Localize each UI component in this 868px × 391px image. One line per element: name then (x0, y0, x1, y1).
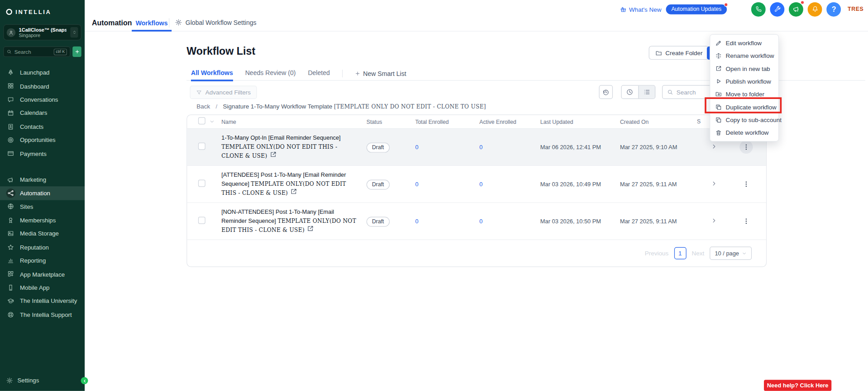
workflow-name[interactable]: [ATTENDEES] Post 1-To-Many [Email Remind… (221, 171, 366, 197)
tab-deleted[interactable]: Deleted (308, 66, 329, 80)
plus-icon (75, 49, 80, 54)
active-enrolled-value[interactable]: 0 (479, 218, 540, 225)
new-smart-list-button[interactable]: New Smart List (355, 70, 406, 77)
sidebar-item-opportunities[interactable]: Opportunities (0, 133, 85, 147)
page-size-select[interactable]: 10 / page (710, 247, 752, 260)
chevron-down-icon (742, 251, 747, 256)
table-row[interactable]: 1-To-Many Opt-In [Email Reminder Sequenc… (187, 129, 766, 166)
notifications-button[interactable] (808, 2, 822, 16)
sidebar-item-settings[interactable]: Settings (0, 374, 85, 386)
advanced-filters-button[interactable]: Advanced Filters (190, 86, 257, 99)
table-row[interactable]: [ATTENDEES] Post 1-To-Many [Email Remind… (187, 166, 766, 203)
external-link-icon[interactable] (290, 188, 297, 195)
sidebar-search-input[interactable]: Search ctrl K (3, 47, 70, 57)
total-enrolled-value[interactable]: 0 (415, 218, 479, 225)
folder-move-icon (715, 91, 722, 98)
sidebar-item-conversations[interactable]: Conversations (0, 93, 85, 106)
enrollment-history-button[interactable] (599, 85, 613, 99)
star-icon (6, 242, 15, 252)
menu-item-open-in-new-tab[interactable]: Open in new tab (710, 62, 778, 75)
account-switcher[interactable]: 1CallClose™ (Snaps... Singapore (3, 24, 81, 40)
total-enrolled-value[interactable]: 0 (415, 144, 479, 151)
profile-initials[interactable]: TRES (848, 6, 863, 12)
create-folder-button[interactable]: Create Folder (649, 46, 710, 60)
sidebar-item-dashboard[interactable]: Dashboard (0, 79, 85, 93)
tab-all-workflows[interactable]: All Workflows (191, 66, 233, 80)
total-enrolled-value[interactable]: 0 (415, 181, 479, 188)
automation-updates-badge[interactable]: Automation Updates (666, 4, 727, 14)
sidebar-item-automation[interactable]: Automation (0, 186, 85, 200)
menu-item-delete-workflow[interactable]: Delete workflow (710, 126, 778, 139)
sidebar-item-app-marketplace[interactable]: App Marketplace (0, 267, 85, 281)
column-header-total-enrolled[interactable]: Total Enrolled (415, 118, 479, 124)
chevron-down-icon[interactable] (209, 119, 215, 124)
search-icon (7, 49, 12, 54)
menu-item-duplicate-workflow[interactable]: Duplicate workflow (710, 101, 778, 113)
row-actions-menu-button[interactable] (739, 178, 753, 191)
announcements-button[interactable] (789, 2, 803, 16)
sidebar-item-memberships[interactable]: Memberships (0, 213, 85, 227)
menu-item-rename-workflow[interactable]: Rename workflow (710, 49, 778, 62)
external-link-icon[interactable] (307, 225, 314, 232)
sidebar-item-launchpad[interactable]: Launchpad (0, 66, 85, 80)
sidebar-item-reputation[interactable]: Reputation (0, 240, 85, 254)
time-view-button[interactable] (622, 86, 638, 99)
row-checkbox[interactable] (198, 180, 205, 187)
quick-add-button[interactable] (72, 47, 81, 57)
column-header-active-enrolled[interactable]: Active Enrolled (479, 118, 540, 124)
sidebar-item-marketing[interactable]: Marketing (0, 173, 85, 187)
menu-item-edit-workflow[interactable]: Edit workflow (710, 37, 778, 49)
table-row[interactable]: [NON-ATTENDEES] Post 1-To-Many [Email Re… (187, 203, 766, 240)
column-header-last-updated[interactable]: Last Updated (540, 118, 620, 124)
menu-item-move-to-folder[interactable]: Move to folder (710, 88, 778, 100)
global-workflow-settings-link[interactable]: Global Workflow Settings (175, 19, 257, 26)
notification-dot (801, 0, 805, 5)
sidebar-item-university[interactable]: The Intellia University (0, 294, 85, 308)
sidebar-item-payments[interactable]: Payments (0, 147, 85, 160)
bar-chart-icon (6, 256, 15, 265)
column-header-name[interactable]: Name (221, 118, 366, 124)
help-circle-button[interactable]: ? (827, 2, 841, 16)
menu-item-publish-workflow[interactable]: Publish workflow (710, 75, 778, 88)
workflow-name[interactable]: 1-To-Many Opt-In [Email Reminder Sequenc… (221, 134, 366, 160)
open-row-chevron[interactable] (711, 180, 718, 187)
account-selector-icon[interactable] (70, 27, 78, 38)
logo-icon (6, 9, 12, 14)
column-header-status[interactable]: Status (367, 118, 415, 124)
row-actions-menu-button[interactable] (739, 141, 753, 154)
open-row-chevron[interactable] (711, 143, 718, 150)
rename-icon (715, 52, 722, 59)
page-number-button[interactable]: 1 (674, 247, 686, 259)
row-checkbox[interactable] (198, 143, 205, 150)
need-help-button[interactable]: Need help? Click Here (764, 380, 831, 391)
active-enrolled-value[interactable]: 0 (479, 144, 540, 151)
select-all-checkbox[interactable] (198, 117, 205, 124)
external-link-icon[interactable] (269, 151, 277, 158)
row-actions-menu-button[interactable] (739, 215, 753, 228)
tools-button[interactable] (770, 2, 785, 16)
list-view-button[interactable] (638, 86, 655, 99)
sidebar-collapse-button[interactable] (81, 377, 88, 384)
next-page-button[interactable]: Next (692, 250, 704, 257)
active-enrolled-value[interactable]: 0 (479, 181, 540, 188)
created-on-value: Mar 27 2025, 9:11 AM (620, 181, 709, 188)
sidebar-item-contacts[interactable]: Contacts (0, 120, 85, 133)
column-header-created-on[interactable]: Created On (620, 118, 709, 124)
row-checkbox[interactable] (198, 217, 205, 224)
whats-new-link[interactable]: What's New (620, 6, 661, 13)
workflow-name[interactable]: [NON-ATTENDEES] Post 1-To-Many [Email Re… (221, 208, 366, 234)
sidebar-item-support[interactable]: The Intellia Support (0, 308, 85, 321)
sidebar-item-media-storage[interactable]: Media Storage (0, 227, 85, 240)
sidebar-item-mobile-app[interactable]: Mobile App (0, 281, 85, 294)
previous-page-button[interactable]: Previous (645, 250, 668, 257)
sidebar-item-calendars[interactable]: Calendars (0, 106, 85, 120)
sidebar-item-reporting[interactable]: Reporting (0, 254, 85, 268)
open-row-chevron[interactable] (711, 217, 718, 224)
tab-workflows[interactable]: Workflows (136, 20, 168, 27)
wrench-icon (774, 5, 781, 13)
menu-item-copy-to-sub-account[interactable]: Copy to sub-account (710, 113, 778, 126)
phone-button[interactable] (751, 2, 766, 16)
breadcrumb-back-link[interactable]: Back (196, 103, 210, 110)
sidebar-item-sites[interactable]: Sites (0, 200, 85, 213)
tab-needs-review[interactable]: Needs Review (0) (245, 66, 296, 80)
